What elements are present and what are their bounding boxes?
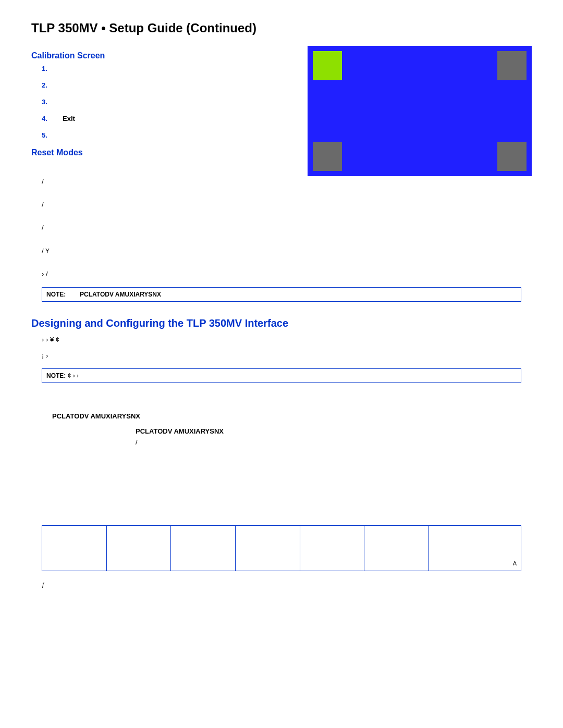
step-3: 3.	[42, 98, 297, 107]
reset-modes-heading: Reset Modes	[31, 148, 297, 157]
step-num: 2.	[42, 81, 47, 89]
step-2: 2.	[42, 81, 297, 91]
calibration-figure	[308, 46, 532, 176]
table-cell: A	[429, 525, 521, 571]
reset-modes-body: / / / / ¥ › /	[31, 176, 532, 280]
calibration-target-active	[313, 51, 342, 80]
calibration-row: Calibration Screen 1. 2. 3. 4. Exit 5.	[31, 46, 532, 176]
calibration-target	[497, 51, 527, 80]
table-cell	[106, 525, 171, 571]
reset-line: /	[42, 199, 532, 211]
config-bold: PCLATODV AMUXIARYSNX	[136, 427, 224, 435]
step-5: 5.	[42, 131, 297, 141]
step-text: Exit	[63, 115, 75, 122]
step-num: 1.	[42, 65, 47, 72]
config-item-1: PCLATODV AMUXIARYSNX	[31, 411, 532, 422]
reset-line: /	[42, 222, 532, 233]
note-label: NOTE:	[46, 291, 66, 298]
step-num: 5.	[42, 131, 47, 139]
table-cell	[300, 525, 364, 571]
note-box-1: NOTE: PCLATODV AMUXIARYSNX	[42, 287, 521, 302]
config-item-2: PCLATODV AMUXIARYSNX /	[31, 426, 532, 448]
step-1: 1.	[42, 65, 297, 74]
note-text: ¢ › ›	[68, 372, 79, 379]
calibration-steps: 1. 2. 3. 4. Exit 5.	[31, 65, 297, 141]
info-table: A	[42, 525, 521, 571]
step-num: 3.	[42, 98, 47, 106]
table-cell	[171, 525, 236, 571]
table-cell	[235, 525, 300, 571]
reset-line: / ¥	[42, 245, 532, 257]
calibration-target	[497, 142, 527, 171]
design-para-2: ¡ ›	[31, 351, 532, 362]
design-para-1: › › ¥ ¢	[31, 335, 532, 346]
note-box-2: NOTE: ¢ › ›	[42, 368, 521, 383]
calibration-heading: Calibration Screen	[31, 51, 297, 60]
reset-line: › /	[42, 268, 532, 280]
table-cell	[42, 525, 107, 571]
note-label: NOTE:	[46, 372, 66, 379]
step-4: 4. Exit	[42, 115, 297, 124]
step-num: 4.	[42, 115, 47, 122]
config-rest: /	[136, 438, 138, 446]
calibration-target	[313, 142, 342, 171]
footnote: ƒ	[31, 582, 532, 588]
reset-line: /	[42, 176, 532, 188]
note-strong: PCLATODV AMUXIARYSNX	[80, 291, 161, 298]
config-bold: PCLATODV AMUXIARYSNX	[52, 412, 140, 420]
design-heading: Designing and Configuring the TLP 350MV …	[31, 317, 532, 329]
page-title: TLP 350MV • Setup Guide (Continued)	[31, 21, 532, 35]
table-cell	[364, 525, 429, 571]
table-cell-text: A	[513, 560, 517, 566]
